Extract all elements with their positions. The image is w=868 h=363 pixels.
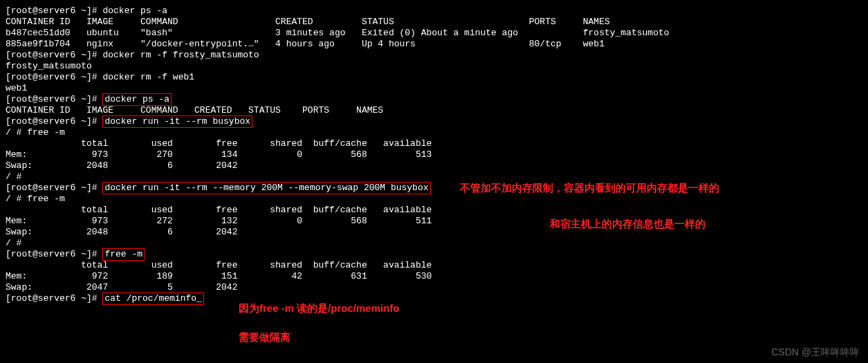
highlight-box: free -m [102,248,145,261]
terminal-line: [root@server6 ~]# docker rm -f web1 [6,72,862,83]
watermark: CSDN @王哞哞哞哞 [771,346,860,357]
cmd-rm-frosty: docker rm -f frosty_matsumoto [102,50,259,60]
terminal-line: [root@server6 ~]# docker ps -a [6,94,862,105]
highlight-box: cat /proc/meminfo_ [102,292,203,305]
cmd-rm-web1: docker rm -f web1 [102,72,194,82]
annotation-isolation: 需要做隔离 [239,332,290,343]
annotation-host-memory: 和宿主机上的内存信息也是一样的 [550,218,705,230]
slash-prompt: / # [6,238,862,249]
free-prompt: / # free -m [6,127,862,138]
cmd-docker-ps: docker ps -a [102,6,167,16]
highlight-box: docker ps -a [102,93,172,106]
ps-row: b487cec51dd0 ubuntu "bash" 3 minutes ago… [6,28,862,39]
cmd-docker-ps-2: docker ps -a [104,94,169,104]
output-line: web1 [6,83,862,94]
free-mem: Mem: 973 272 132 0 568 511 [6,216,862,227]
highlight-box: docker run -it --rm --memory 200M --memo… [102,182,430,194]
output-line: frosty_matsumoto [6,61,862,72]
ps-headers-empty: CONTAINER ID IMAGE COMMAND CREATED STATU… [6,105,862,116]
terminal-line: [root@server6 ~]# cat /proc/meminfo_ [6,293,862,304]
terminal-line: [root@server6 ~]# docker run -it --rm --… [6,183,862,194]
slash-prompt: / # [6,171,862,183]
ps-row: 885ae9f1b704 nginx "/docker-entrypoint.…… [6,39,862,50]
free-prompt: / # free -m [6,194,862,205]
free-mem: Mem: 973 270 134 0 568 513 [6,149,862,160]
cmd-run-busybox: docker run -it --rm busybox [104,116,250,127]
annotation-memory-limit: 不管加不加内存限制，容器内看到的可用内存都是一样的 [460,183,719,194]
free-mem: Mem: 972 189 151 42 631 530 [6,271,862,282]
free-swap: Swap: 2047 5 2042 [6,282,862,293]
free-header: total used free shared buff/cache availa… [6,260,862,271]
terminal-line: [root@server6 ~]# free -m [6,249,862,260]
free-header: total used free shared buff/cache availa… [6,138,862,149]
terminal-line: [root@server6 ~]# docker ps -a [6,6,862,17]
cmd-free-m: free -m [104,249,142,259]
cmd-run-busybox-mem: docker run -it --rm --memory 200M --memo… [104,183,428,193]
terminal-line: [root@server6 ~]# docker rm -f frosty_ma… [6,50,862,61]
free-swap: Swap: 2048 6 2042 [6,160,862,171]
free-swap: Swap: 2048 6 2042 [6,227,862,238]
free-header: total used free shared buff/cache availa… [6,205,862,216]
terminal-line: [root@server6 ~]# docker run -it --rm bu… [6,116,862,127]
cmd-cat-meminfo: cat /proc/meminfo_ [104,293,201,304]
highlight-box: docker run -it --rm busybox [102,115,252,128]
annotation-proc-meminfo: 因为free -m 读的是/proc/meminfo [239,303,400,314]
ps-headers: CONTAINER ID IMAGE COMMAND CREATED STATU… [6,17,862,28]
